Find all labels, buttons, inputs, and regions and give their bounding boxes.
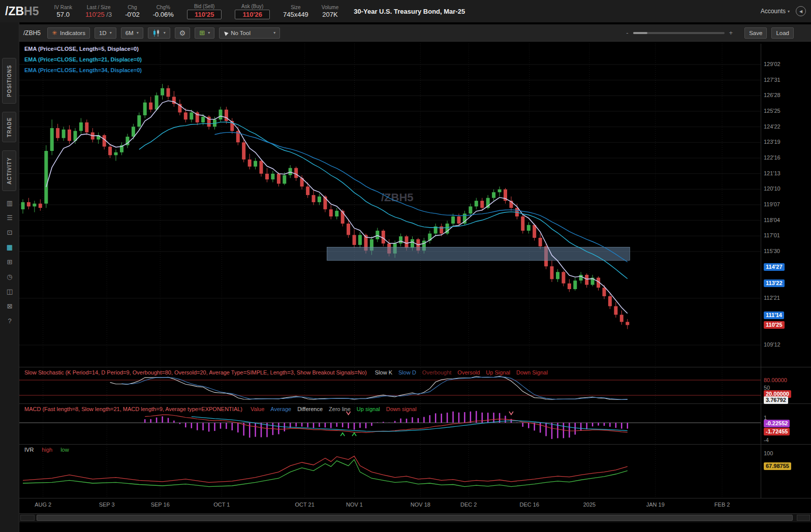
stochastic-title: Slow Stochastic (K Period=14, D Period=9… [24,369,367,375]
candles [21,84,630,329]
load-button[interactable]: Load [771,27,794,39]
legend-item: Zero line [329,406,351,412]
ivr-plot[interactable] [19,445,761,498]
trading-app-window: /ZBH5 IV Rank 57.0 Last / Size 110'25 /3… [0,0,811,532]
ask-button[interactable]: 110'26 [235,10,270,19]
panel-divider[interactable] [19,444,811,445]
price-axis-label: 120'10 [764,185,781,193]
ledger-icon[interactable]: ☰ [0,214,19,222]
time-axis-label: 2025 [583,502,596,508]
indicators-button-label: Indicators [60,30,85,36]
iv-rank-field: IV Rank 57.0 [54,4,72,19]
zoom-slider[interactable] [633,32,725,34]
scrollbar-left-cap[interactable] [20,515,35,521]
price-axis-label: 121'13 [764,170,781,177]
candlestick-chart[interactable]: /ZBH5 [19,44,761,367]
last-price-bubble: 110'25 [764,321,785,329]
sidebar-tab-positions[interactable]: POSITIONS [2,58,16,104]
grid-layout-icon: ⊞ [199,29,205,37]
zoom-out-button[interactable]: - [626,29,628,37]
chg-pct-value: -0.06% [153,11,174,19]
chart-style-dropdown[interactable]: ▾ [148,27,170,39]
stochastic-study-header: Slow Stochastic (K Period=14, D Period=9… [24,369,548,375]
help-icon[interactable]: ? [0,317,19,325]
range-dropdown[interactable]: 6M ▾ [121,27,143,39]
time-axis-label: DEC 2 [460,502,477,508]
macd-down-signal-arrow [509,412,513,415]
save-button-label: Save [749,30,762,36]
stoch-value-bubble: 3.76792 [764,396,788,404]
price-axis-label: 119'07 [764,201,780,208]
macd-diff-bubble: -0.22552 [764,420,790,427]
time-axis-label: OCT 1 [213,502,230,508]
stochastic-panel[interactable]: Slow Stochastic (K Period=14, D Period=9… [19,368,761,403]
bid-label: Bid (Sell) [194,3,215,10]
save-button[interactable]: Save [744,27,767,39]
drawing-tool-value: No Tool [231,30,251,36]
last-value: 110'25 [85,11,105,18]
sidebar-tab-activity[interactable]: ACTIVITY [2,150,16,191]
chart-toolbar: /ZBH5 ✳ Indicators 1D ▾ 6M ▾ ▾ ⚙ ⊞ ▾ No … [19,24,811,42]
price-axis-label: 125'25 [764,107,781,115]
timeframe-dropdown[interactable]: 1D ▾ [95,27,116,39]
contract-description: 30-Year U.S. Treasury Bond, Mar-25 [354,8,465,15]
scrollbar-corner[interactable] [797,515,810,521]
indicators-button[interactable]: ✳ Indicators [47,27,90,39]
symbol-title: /ZBH5 [5,5,39,18]
time-axis-label: JAN 19 [646,502,665,508]
collapse-panel-button[interactable]: ◀ [796,6,806,16]
chg-pct-label: Chg% [157,4,170,11]
horizontal-scrollbar[interactable] [19,513,811,522]
users-icon[interactable]: ◫ [0,288,19,296]
ask-field: Ask (Buy) 110'26 [235,3,270,19]
price-axis-label: 115'30 [764,247,780,255]
chg-value: -0'02 [125,11,140,19]
price-chart-panel[interactable]: EMA (Price=CLOSE, Length=5, Displace=0)E… [19,44,761,367]
scrollbar-thumb[interactable] [37,515,793,521]
ema-study-label: EMA (Price=CLOSE, Length=5, Displace=0) [24,46,139,52]
ivr-grid-label: 100 [764,450,773,457]
macd-panel[interactable]: MACD (Fast length=8, Slow length=21, MAC… [19,404,761,444]
macd-up-signal-arrow [340,433,345,436]
orders-icon[interactable]: ⊡ [0,229,19,237]
panel-divider[interactable] [19,403,811,404]
iv-rank-label: IV Rank [54,4,72,11]
dashboard-icon[interactable]: ⊞ [0,258,19,266]
legend-item: Down signal [386,406,417,412]
ema-study-label: EMA (Price=CLOSE, Length=34, Displace=0) [24,67,142,73]
sidebar-tab-trade[interactable]: TRADE [2,112,16,142]
bid-button[interactable]: 110'25 [187,10,222,19]
grid-layout-dropdown[interactable]: ⊞ ▾ [195,27,214,39]
zoom-slider-thumb[interactable] [633,32,647,34]
price-axis[interactable]: 129'02127'31126'28125'25124'22123'19122'… [761,44,811,498]
panel-divider[interactable] [19,367,811,367]
symbol-root: /ZB [5,5,24,18]
time-axis[interactable]: AUG 2SEP 3SEP 16OCT 1OCT 21NOV 1NOV 18DE… [19,499,761,511]
ivr-panel[interactable]: IVR high low [19,445,761,498]
ivr-high-legend: high [42,447,52,453]
iv-rank-value: 57.0 [57,11,70,19]
monitor-icon[interactable]: ▥ [0,199,19,207]
last-size-field: Last / Size 110'25 /3 [85,4,112,19]
package-icon[interactable]: ⊠ [0,302,19,310]
volume-value: 207K [322,11,337,19]
chart-settings-button[interactable]: ⚙ [175,27,191,39]
ivr-title: IVR [24,447,34,453]
chart-icon[interactable]: ▦ [0,243,19,252]
ivr-value-bubble: 67.98755 [764,462,791,470]
size-label: Size [291,4,300,11]
price-axis-label: 127'31 [764,76,781,84]
legend-item: Up Signal [486,369,510,375]
timeframe-value: 1D [99,30,107,36]
ema-price-bubble: 111'14 [764,311,784,319]
accounts-dropdown[interactable]: Accounts ▾ [761,8,790,15]
zoom-in-button[interactable]: + [729,29,733,37]
price-axis-label: 126'28 [764,91,781,99]
size-value: 745x449 [283,11,308,19]
drawing-tool-dropdown[interactable]: No Tool ▾ [219,27,280,39]
legend-item: Slow D [398,369,416,375]
macd-study-header: MACD (Fast length=8, Slow length=21, MAC… [24,406,417,412]
chevron-down-icon: ▾ [164,30,166,35]
history-icon[interactable]: ◷ [0,273,19,281]
symbol-suffix: H5 [24,5,39,18]
